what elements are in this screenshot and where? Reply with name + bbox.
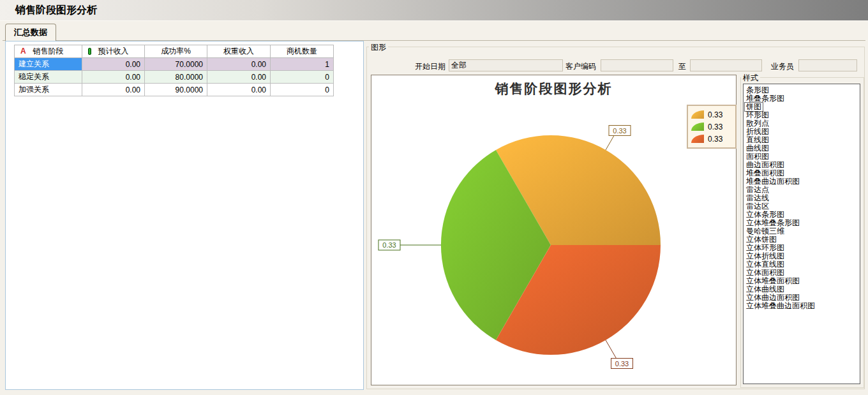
table-row[interactable]: 加强关系 0.00 90.0000 0.00 0 — [15, 84, 334, 96]
tab-strip-divider — [3, 40, 865, 41]
legend-value: 0.33 — [708, 110, 722, 119]
column-header-opportunity-count[interactable]: 商机数量 — [271, 45, 334, 58]
chart-title: 销售阶段图形分析 — [371, 80, 736, 98]
tab-summary-data[interactable]: 汇总数据 — [5, 24, 56, 41]
start-date-label: 开始日期 — [408, 61, 445, 72]
customer-code-input[interactable] — [601, 59, 673, 71]
label-leader-line — [606, 340, 617, 359]
column-header-stage[interactable]: A 销售阶段 — [15, 45, 82, 58]
cell-stage[interactable]: 加强关系 — [15, 84, 82, 96]
cell-success-rate[interactable]: 80.0000 — [145, 71, 207, 84]
window-title-bar: 销售阶段图形分析 — [0, 0, 868, 21]
cell-opportunities[interactable]: 0 — [271, 84, 334, 96]
summary-table-panel: A 销售阶段 预计收入 成功率% 权重收入 商机数量 — [5, 41, 364, 390]
slice-value-label: 0.33 — [613, 127, 626, 135]
cell-weighted-income[interactable]: 0.00 — [207, 71, 271, 84]
pie-svg: 0.330.330.33 — [371, 75, 736, 385]
cell-opportunities[interactable]: 0 — [271, 71, 334, 84]
column-header-label: 权重收入 — [223, 47, 254, 56]
cell-stage[interactable]: 稳定关系 — [15, 71, 82, 84]
slice-value-label: 0.33 — [382, 241, 396, 249]
customer-code-label: 客户编码 — [563, 61, 596, 72]
column-header-label: 预计收入 — [98, 47, 129, 56]
legend-value: 0.33 — [708, 135, 722, 144]
legend-item: 0.33 — [691, 121, 732, 133]
chart-area: 0.330.330.33 销售阶段图形分析 0.330.330.33 — [371, 75, 737, 385]
legend-value: 0.33 — [708, 123, 722, 131]
slice-value-label: 0.33 — [615, 360, 629, 368]
salesperson-label: 业务员 — [766, 61, 794, 72]
table-row[interactable]: 建立关系 0.00 70.0000 0.00 1 — [15, 58, 334, 71]
column-header-label: 商机数量 — [287, 47, 317, 56]
sort-bar-icon — [88, 48, 91, 55]
sort-a-icon: A — [20, 47, 26, 56]
cell-expected-income[interactable]: 0.00 — [82, 84, 145, 96]
cell-stage-selected[interactable]: 建立关系 — [15, 58, 82, 71]
customer-code-to-input[interactable] — [690, 59, 762, 71]
start-date-input[interactable] — [449, 59, 563, 71]
column-header-weighted-income[interactable]: 权重收入 — [207, 45, 271, 58]
pie-slice-icon — [691, 110, 704, 119]
chart-legend: 0.330.330.33 — [687, 105, 737, 149]
cell-expected-income[interactable]: 0.00 — [82, 71, 145, 84]
salesperson-input[interactable] — [798, 59, 857, 71]
table-header-row: A 销售阶段 预计收入 成功率% 权重收入 商机数量 — [15, 45, 334, 58]
page-title: 销售阶段图形分析 — [15, 4, 97, 17]
column-header-label: 成功率% — [161, 47, 191, 56]
cell-opportunities[interactable]: 1 — [271, 58, 334, 71]
pie-slice-icon — [691, 123, 704, 131]
label-leader-line — [606, 136, 614, 151]
cell-weighted-income[interactable]: 0.00 — [207, 58, 271, 71]
column-header-expected-income[interactable]: 预计收入 — [82, 45, 145, 58]
cell-weighted-income[interactable]: 0.00 — [207, 84, 271, 96]
style-group-label: 样式 — [741, 73, 760, 84]
style-list-item[interactable]: 立体堆叠曲边面积图 — [745, 302, 816, 310]
to-label: 至 — [677, 61, 687, 72]
pie-slice-icon — [691, 135, 704, 143]
legend-item: 0.33 — [691, 133, 732, 145]
table-row[interactable]: 稳定关系 0.00 80.0000 0.00 0 — [15, 71, 334, 84]
graph-group-label: 图形 — [369, 42, 388, 53]
tab-label: 汇总数据 — [14, 27, 47, 37]
sales-stage-table: A 销售阶段 预计收入 成功率% 权重收入 商机数量 — [14, 45, 334, 96]
style-list[interactable]: 条形图堆叠条形图饼图环形图散列点折线图直线图曲线图面积图曲边面积图堆叠面积图堆叠… — [743, 84, 860, 384]
cell-expected-income[interactable]: 0.00 — [82, 58, 145, 71]
cell-success-rate[interactable]: 70.0000 — [145, 58, 207, 71]
column-header-success-rate[interactable]: 成功率% — [145, 45, 207, 58]
column-header-label: 销售阶段 — [33, 47, 64, 56]
legend-item: 0.33 — [691, 108, 732, 121]
cell-success-rate[interactable]: 90.0000 — [145, 84, 207, 96]
